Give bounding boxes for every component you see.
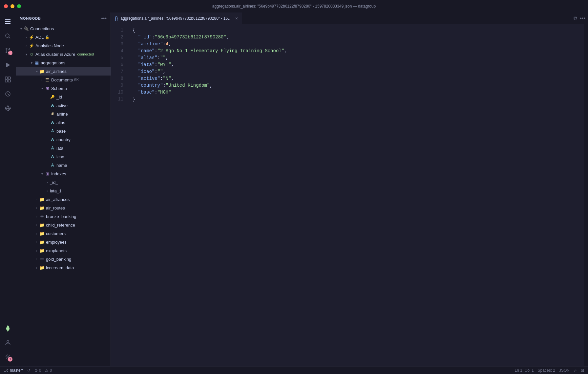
status-bar-left: ⎇ master* ↺ ⊘ 0 ⚠ 0 bbox=[4, 368, 52, 373]
code-line-8: "active": "N", bbox=[127, 75, 584, 82]
air-alliances-item[interactable]: 📁 air_alliances bbox=[16, 195, 111, 204]
tab-close-button[interactable]: × bbox=[235, 16, 238, 21]
code-line-1: { bbox=[127, 27, 584, 34]
sync-button[interactable]: ↺ bbox=[27, 368, 31, 373]
atlas-connected-status: connected bbox=[77, 52, 94, 56]
network-icon[interactable] bbox=[1, 102, 14, 115]
documents-count: 6K bbox=[74, 77, 79, 82]
field-name[interactable]: A name bbox=[16, 161, 111, 169]
bronze-banking-item[interactable]: 👁 bronze_banking bbox=[16, 212, 111, 221]
line-num-11: 11 bbox=[111, 96, 123, 103]
exoplanets-label: exoplanets bbox=[46, 248, 67, 253]
more-actions-icon[interactable]: ••• bbox=[580, 15, 585, 21]
adl-item[interactable]: ⚡ ADL 🔒 bbox=[16, 33, 111, 41]
code-line-3: "airline": 4, bbox=[127, 41, 584, 48]
employees-item[interactable]: 📁 employees bbox=[16, 238, 111, 246]
split-editor-icon[interactable]: ⧉ bbox=[574, 15, 577, 21]
history-icon[interactable] bbox=[1, 87, 14, 100]
customers-item[interactable]: 📁 customers bbox=[16, 229, 111, 238]
analytics-node-item[interactable]: ⚡ Analytics Node bbox=[16, 41, 111, 50]
extensions-icon[interactable] bbox=[1, 73, 14, 86]
aggregations-item[interactable]: ▦ aggregations bbox=[16, 58, 111, 67]
field-id[interactable]: 🔑 _id bbox=[16, 93, 111, 101]
field-airline[interactable]: # airline bbox=[16, 110, 111, 118]
documents-icon: ☰ bbox=[45, 77, 50, 82]
line-num-1: 1 bbox=[111, 27, 123, 34]
field-airline-icon: # bbox=[50, 111, 55, 117]
mongodb-leaf-icon[interactable] bbox=[1, 321, 14, 335]
atlas-icon: ⬡ bbox=[29, 52, 34, 57]
air-alliances-label: air_alliances bbox=[46, 197, 70, 202]
index-id[interactable]: _id_ bbox=[16, 178, 111, 187]
field-base[interactable]: A base bbox=[16, 127, 111, 135]
cursor-position[interactable]: Ln 1, Col 1 bbox=[515, 368, 534, 373]
child-reference-label: child_reference bbox=[46, 223, 75, 228]
customers-chevron bbox=[34, 231, 39, 236]
index-iata1[interactable]: iata_1 bbox=[16, 187, 111, 195]
documents-item[interactable]: ☰ Documents 6K bbox=[16, 76, 111, 84]
air-airlines-chevron bbox=[34, 69, 39, 74]
settings-badge: 1 bbox=[8, 357, 12, 362]
svg-point-18 bbox=[7, 341, 9, 342]
encoding-icon[interactable]: ⇌ bbox=[574, 368, 577, 373]
position-text: Ln 1, Col 1 bbox=[515, 368, 534, 373]
indentation-indicator[interactable]: Spaces: 2 bbox=[538, 368, 555, 373]
source-control-icon[interactable]: ⊘ 0 bbox=[1, 44, 14, 57]
field-country-label: country bbox=[56, 137, 71, 142]
editor-tab[interactable]: {} aggregations.air_airlines: "56e9b4977… bbox=[111, 12, 242, 24]
schema-item[interactable]: ⊞ Schema bbox=[16, 84, 111, 93]
field-active-label: active bbox=[56, 103, 68, 108]
line-num-3: 3 bbox=[111, 41, 123, 48]
sidebar-toggle-icon[interactable] bbox=[1, 15, 14, 28]
user-icon[interactable] bbox=[1, 336, 14, 349]
gold-banking-label: gold_banking bbox=[46, 257, 71, 262]
indexes-item[interactable]: ⊞ Indexes bbox=[16, 169, 111, 178]
exoplanets-icon: 📁 bbox=[39, 248, 45, 253]
index-iata1-label: iata_1 bbox=[50, 188, 61, 193]
field-iata[interactable]: A iata bbox=[16, 144, 111, 152]
exoplanets-chevron bbox=[34, 248, 39, 253]
customers-icon: 📁 bbox=[39, 231, 45, 236]
encoding-symbol: ⇌ bbox=[574, 368, 577, 373]
child-reference-icon: 📁 bbox=[39, 222, 45, 228]
maximize-button[interactable] bbox=[17, 4, 21, 8]
field-icao[interactable]: A icao bbox=[16, 152, 111, 161]
exoplanets-item[interactable]: 📁 exoplanets bbox=[16, 246, 111, 255]
connections-item[interactable]: 🔌 Connections bbox=[16, 24, 111, 33]
child-reference-item[interactable]: 📁 child_reference bbox=[16, 221, 111, 229]
settings-icon[interactable]: 1 bbox=[1, 350, 14, 363]
sidebar-more-button[interactable]: ••• bbox=[101, 15, 107, 21]
index-id-label: _id_ bbox=[50, 180, 58, 185]
editor[interactable]: 1 2 3 4 5 6 7 8 9 10 11 { "_id": "56e9b4… bbox=[111, 24, 588, 366]
branch-name: master* bbox=[10, 368, 23, 373]
close-button[interactable] bbox=[4, 4, 8, 8]
field-active[interactable]: A active bbox=[16, 101, 111, 110]
icecream-data-item[interactable]: 📁 icecream_data bbox=[16, 263, 111, 272]
connections-chevron bbox=[18, 26, 24, 31]
gold-banking-eye-icon: 👁 bbox=[39, 256, 45, 262]
run-debug-icon[interactable] bbox=[1, 58, 14, 72]
warnings-indicator[interactable]: ⚠ 0 bbox=[45, 368, 52, 373]
field-name-icon: A bbox=[50, 163, 55, 168]
traffic-lights bbox=[4, 4, 21, 8]
search-icon[interactable] bbox=[1, 30, 14, 43]
atlas-cluster-item[interactable]: ⬡ Atlas cluster in Azure connected bbox=[16, 50, 111, 58]
layout-icon[interactable]: ⊡ bbox=[581, 368, 584, 373]
minimize-button[interactable] bbox=[10, 4, 14, 8]
gold-banking-item[interactable]: 👁 gold_banking bbox=[16, 255, 111, 263]
svg-point-5 bbox=[6, 48, 7, 50]
branch-indicator[interactable]: ⎇ master* bbox=[4, 368, 23, 373]
field-alias[interactable]: A alias bbox=[16, 118, 111, 127]
git-branch-icon: ⎇ bbox=[4, 368, 9, 373]
language-indicator[interactable]: JSON bbox=[559, 368, 570, 373]
air-routes-item[interactable]: 📁 air_routes bbox=[16, 204, 111, 212]
line-numbers: 1 2 3 4 5 6 7 8 9 10 11 bbox=[111, 24, 127, 366]
errors-indicator[interactable]: ⊘ 0 bbox=[34, 368, 41, 373]
field-base-label: base bbox=[56, 129, 66, 134]
editor-content[interactable]: { "_id": "56e9b497732b6122f8790280", "ai… bbox=[127, 24, 584, 366]
vertical-scrollbar[interactable] bbox=[584, 24, 588, 366]
icecream-data-icon: 📁 bbox=[39, 265, 45, 270]
air-airlines-item[interactable]: 📁 air_airlines bbox=[16, 67, 111, 76]
field-country[interactable]: A country bbox=[16, 135, 111, 144]
field-iata-icon: A bbox=[50, 145, 55, 151]
